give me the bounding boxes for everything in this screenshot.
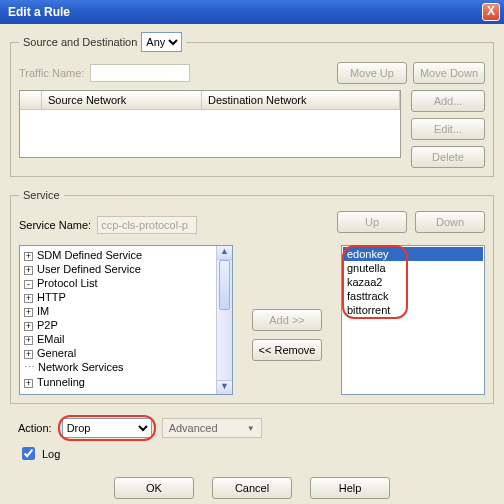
log-label: Log <box>42 448 60 460</box>
edit-network-button: Edit... <box>411 118 485 140</box>
window-title: Edit a Rule <box>8 5 70 19</box>
tree-node-user[interactable]: User Defined Service <box>37 263 141 275</box>
network-table[interactable]: Source Network Destination Network <box>19 90 401 158</box>
tree-node-netsvc[interactable]: Network Services <box>38 361 124 373</box>
tree-node-im[interactable]: IM <box>37 305 49 317</box>
tree-node-general[interactable]: General <box>37 347 76 359</box>
chevron-down-icon: ▼ <box>247 424 255 433</box>
add-service-button: Add >> <box>252 309 322 331</box>
row-selector-header <box>20 91 42 109</box>
close-icon[interactable]: X <box>482 3 500 21</box>
expand-icon[interactable]: + <box>24 350 33 359</box>
expand-icon[interactable]: + <box>24 308 33 317</box>
expand-icon[interactable]: + <box>24 379 33 388</box>
table-header: Source Network Destination Network <box>20 91 400 110</box>
service-name-label: Service Name: <box>19 219 91 231</box>
action-select[interactable]: Drop <box>62 418 152 438</box>
move-down-button: Move Down <box>413 62 485 84</box>
advanced-label: Advanced <box>169 422 218 434</box>
tree-scrollbar[interactable]: ▲ ▼ <box>216 246 232 394</box>
list-item[interactable]: edonkey <box>343 247 483 261</box>
collapse-icon[interactable]: - <box>24 280 33 289</box>
scroll-up-icon[interactable]: ▲ <box>217 246 232 260</box>
col-dest: Destination Network <box>202 91 400 109</box>
move-up-button: Move Up <box>337 62 407 84</box>
col-source: Source Network <box>42 91 202 109</box>
srcdest-legend: Source and Destination <box>23 36 137 48</box>
service-legend: Service <box>19 189 64 201</box>
log-checkbox[interactable] <box>22 447 35 460</box>
scroll-down-icon[interactable]: ▼ <box>217 380 232 394</box>
cancel-button[interactable]: Cancel <box>212 477 292 499</box>
tree-node-email[interactable]: EMail <box>37 333 65 345</box>
delete-network-button: Delete <box>411 146 485 168</box>
list-item[interactable]: kazaa2 <box>343 275 483 289</box>
list-item[interactable]: bittorrent <box>343 303 483 317</box>
help-button[interactable]: Help <box>310 477 390 499</box>
tree-node-http[interactable]: HTTP <box>37 291 66 303</box>
scope-select[interactable]: Any <box>141 32 182 52</box>
list-item[interactable]: gnutella <box>343 261 483 275</box>
expand-icon[interactable]: + <box>24 322 33 331</box>
service-up-button: Up <box>337 211 407 233</box>
scroll-thumb[interactable] <box>219 260 230 310</box>
table-body-empty <box>20 110 400 157</box>
expand-icon[interactable]: + <box>24 336 33 345</box>
tree-node-sdm[interactable]: SDM Defined Service <box>37 249 142 261</box>
service-group: Service Service Name: Up Down +SDM Defin… <box>10 189 494 404</box>
tree-node-protocol[interactable]: Protocol List <box>37 277 98 289</box>
expand-icon[interactable]: + <box>24 294 33 303</box>
tree-node-p2p[interactable]: P2P <box>37 319 58 331</box>
expand-icon[interactable]: + <box>24 252 33 261</box>
expand-icon[interactable]: + <box>24 266 33 275</box>
ok-button[interactable]: OK <box>114 477 194 499</box>
traffic-name-label: Traffic Name: <box>19 67 84 79</box>
protocol-tree[interactable]: +SDM Defined Service +User Defined Servi… <box>19 245 233 395</box>
remove-service-button[interactable]: << Remove <box>252 339 323 361</box>
tree-leaf-icon: ⋯ <box>24 361 35 373</box>
add-network-button: Add... <box>411 90 485 112</box>
action-label: Action: <box>18 422 52 434</box>
selected-services-list[interactable]: edonkey gnutella kazaa2 fasttrack bittor… <box>341 245 485 395</box>
titlebar: Edit a Rule X <box>0 0 504 24</box>
advanced-dropdown[interactable]: Advanced ▼ <box>162 418 262 438</box>
traffic-name-input <box>90 64 190 82</box>
service-down-button: Down <box>415 211 485 233</box>
service-name-input <box>97 216 197 234</box>
list-item[interactable]: fasttrack <box>343 289 483 303</box>
tree-node-tunneling[interactable]: Tunneling <box>37 376 85 388</box>
source-destination-group: Source and Destination Any Traffic Name:… <box>10 32 494 177</box>
